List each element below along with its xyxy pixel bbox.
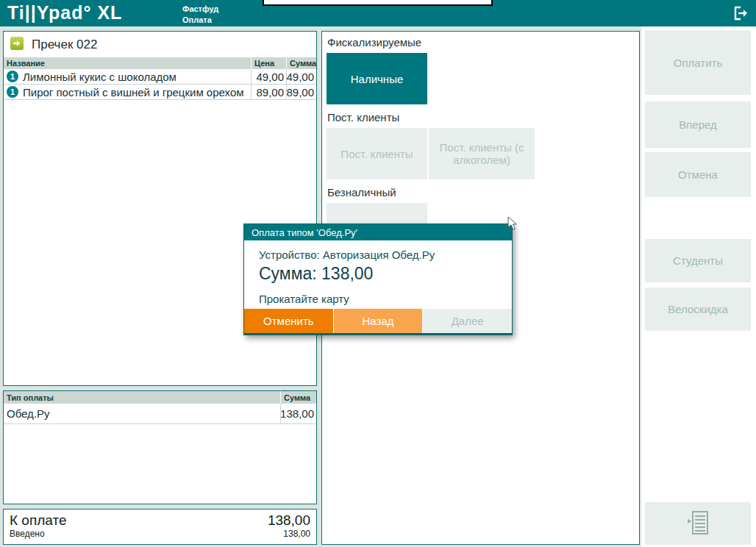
dialog-cancel-button[interactable]: Отменить [244,309,333,333]
sidebar-forward-button[interactable]: Вперед [645,101,751,148]
item-sum: 89,00 [286,85,316,99]
payment-type-cash-button[interactable]: Наличные [327,53,427,104]
check-enter-icon [10,36,24,54]
context-info: Фастфуд Оплата [182,4,218,26]
top-window-edge [263,0,493,6]
payment-entries-panel: Тип оплаты Сумма Обед.Ру 138,00 [3,390,317,504]
logout-icon[interactable] [732,5,752,21]
column-header-name: Название [4,57,251,69]
section-title-fiscal: Фискализируемые [327,36,635,49]
item-name: Пирог постный с вишней и грецким орехом [23,86,244,99]
sidebar-print-receipt-button[interactable] [645,502,751,545]
table-row[interactable]: 1 Пирог постный с вишней и грецким орехо… [4,85,316,100]
receipt-icon [685,510,710,538]
entered-value: 138,00 [283,529,310,539]
dialog-body: Устройство: Авторизация Обед.Ру Сумма: 1… [244,240,512,309]
section-title-regulars: Пост. клиенты [327,111,635,124]
dialog-sum-line: Сумма: 138,00 [259,264,503,284]
column-header-payment-sum: Сумма [280,391,316,404]
sidebar-cancel-button[interactable]: Отмена [645,152,751,197]
payment-entry-row[interactable]: Обед.Ру 138,00 [4,404,316,424]
dialog-prompt: Прокатайте карту [259,293,503,305]
tillypad-logo: Ti||Ypad° XL [7,2,122,24]
sidebar-bike-discount-button[interactable]: Велоскидка [645,287,751,331]
check-header: Пречек 022 [4,32,316,57]
column-header-price: Цена [251,57,286,69]
dialog-back-button[interactable]: Назад [333,309,423,333]
check-table-header: Название Цена Сумма [4,57,316,69]
total-due-value: 138,00 [268,512,310,529]
payment-dialog: Оплата типом 'Обед.Ру' Устройство: Автор… [243,224,513,335]
item-sum: 49,00 [286,69,316,84]
totals-panel: К оплате 138,00 Введено 138,00 [3,509,317,545]
item-name-cell: 1 Пирог постный с вишней и грецким орехо… [4,86,251,99]
context-group: Фастфуд [182,4,218,15]
dialog-title: Оплата типом 'Обед.Ру' [244,224,512,240]
column-header-payment-type: Тип оплаты [4,391,280,404]
payment-entry-type: Обед.Ру [4,407,280,420]
payment-table-header: Тип оплаты Сумма [4,391,316,404]
item-name: Лимонный кукис с шоколадом [23,71,176,83]
payment-type-regulars-button[interactable]: Пост. клиенты [327,128,427,179]
dialog-next-button[interactable]: Далее [422,309,512,333]
item-price: 49,00 [251,69,286,84]
total-due-label: К оплате [10,512,67,529]
check-title: Пречек 022 [32,37,97,52]
context-mode: Оплата [182,15,218,26]
sidebar-pay-button[interactable]: Оплатить [645,30,751,95]
payment-type-regulars-alcohol-button[interactable]: Пост. клиенты (с алкоголем) [429,128,535,179]
payment-entry-sum: 138,00 [280,404,316,423]
item-price: 89,00 [251,85,286,99]
sidebar-students-button[interactable]: Студенты [645,239,751,282]
table-row[interactable]: 1 Лимонный кукис с шоколадом 49,00 49,00 [4,69,316,85]
item-qty-badge: 1 [7,86,18,98]
dialog-buttons: Отменить Назад Далее [244,309,512,333]
entered-label: Введено [10,529,45,539]
item-name-cell: 1 Лимонный кукис с шоколадом [4,71,251,83]
column-header-sum: Сумма [286,57,316,69]
dialog-device-line: Устройство: Авторизация Обед.Ру [259,249,503,261]
item-qty-badge: 1 [7,71,18,82]
section-title-cashless: Безналичный [327,186,635,199]
